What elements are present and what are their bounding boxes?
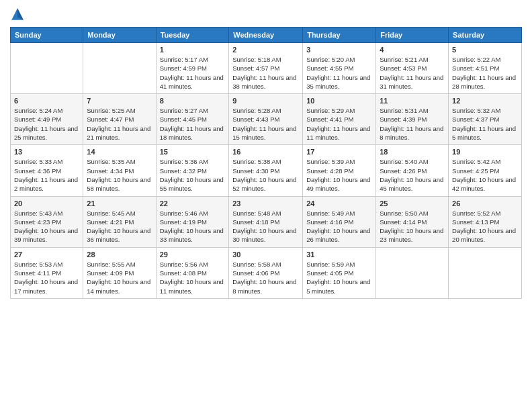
calendar-cell: 29Sunrise: 5:56 AM Sunset: 4:08 PM Dayli… (156, 247, 229, 298)
day-info: Sunrise: 5:39 AM Sunset: 4:28 PM Dayligh… (306, 157, 372, 193)
day-number: 13 (14, 148, 79, 156)
calendar-cell: 28Sunrise: 5:55 AM Sunset: 4:09 PM Dayli… (83, 247, 156, 298)
day-info: Sunrise: 5:46 AM Sunset: 4:19 PM Dayligh… (160, 209, 226, 244)
day-info: Sunrise: 5:35 AM Sunset: 4:34 PM Dayligh… (87, 157, 152, 193)
col-header-friday: Friday (376, 28, 449, 43)
day-number: 19 (452, 148, 518, 156)
day-info: Sunrise: 5:56 AM Sunset: 4:08 PM Dayligh… (160, 260, 226, 295)
day-number: 30 (232, 250, 299, 259)
logo (10, 7, 28, 21)
day-info: Sunrise: 5:52 AM Sunset: 4:13 PM Dayligh… (452, 209, 518, 244)
day-info: Sunrise: 5:53 AM Sunset: 4:11 PM Dayligh… (14, 260, 79, 295)
day-info: Sunrise: 5:24 AM Sunset: 4:49 PM Dayligh… (14, 106, 79, 142)
day-info: Sunrise: 5:31 AM Sunset: 4:39 PM Dayligh… (380, 106, 445, 142)
day-number: 14 (87, 148, 152, 156)
calendar-cell: 27Sunrise: 5:53 AM Sunset: 4:11 PM Dayli… (11, 247, 83, 298)
calendar-cell: 13Sunrise: 5:33 AM Sunset: 4:36 PM Dayli… (11, 145, 83, 196)
day-info: Sunrise: 5:32 AM Sunset: 4:37 PM Dayligh… (452, 106, 518, 142)
header (10, 7, 522, 21)
calendar-cell: 31Sunrise: 5:59 AM Sunset: 4:05 PM Dayli… (303, 247, 376, 298)
calendar-cell: 7Sunrise: 5:25 AM Sunset: 4:47 PM Daylig… (83, 94, 156, 145)
day-number: 31 (306, 250, 372, 259)
day-number: 2 (232, 46, 299, 54)
calendar-table: SundayMondayTuesdayWednesdayThursdayFrid… (10, 27, 522, 299)
calendar-cell (11, 43, 83, 94)
calendar-week-row: 27Sunrise: 5:53 AM Sunset: 4:11 PM Dayli… (11, 247, 522, 298)
day-info: Sunrise: 5:45 AM Sunset: 4:21 PM Dayligh… (87, 209, 152, 244)
day-number: 29 (160, 250, 226, 259)
col-header-thursday: Thursday (303, 28, 376, 43)
day-info: Sunrise: 5:21 AM Sunset: 4:53 PM Dayligh… (380, 55, 445, 91)
day-number: 16 (232, 148, 299, 156)
day-number: 22 (160, 199, 226, 208)
calendar-cell: 20Sunrise: 5:43 AM Sunset: 4:23 PM Dayli… (11, 196, 83, 247)
calendar-cell: 21Sunrise: 5:45 AM Sunset: 4:21 PM Dayli… (83, 196, 156, 247)
calendar-cell: 9Sunrise: 5:28 AM Sunset: 4:43 PM Daylig… (229, 94, 303, 145)
day-info: Sunrise: 5:40 AM Sunset: 4:26 PM Dayligh… (380, 157, 445, 193)
day-number: 24 (306, 199, 372, 208)
day-number: 1 (160, 46, 226, 54)
day-info: Sunrise: 5:27 AM Sunset: 4:45 PM Dayligh… (160, 106, 226, 142)
day-info: Sunrise: 5:36 AM Sunset: 4:32 PM Dayligh… (160, 157, 226, 193)
day-info: Sunrise: 5:38 AM Sunset: 4:30 PM Dayligh… (232, 157, 299, 193)
calendar-cell: 19Sunrise: 5:42 AM Sunset: 4:25 PM Dayli… (449, 145, 522, 196)
calendar-cell (83, 43, 156, 94)
day-info: Sunrise: 5:28 AM Sunset: 4:43 PM Dayligh… (232, 106, 299, 142)
calendar-cell: 30Sunrise: 5:58 AM Sunset: 4:06 PM Dayli… (229, 247, 303, 298)
day-info: Sunrise: 5:50 AM Sunset: 4:14 PM Dayligh… (380, 209, 445, 244)
day-info: Sunrise: 5:48 AM Sunset: 4:18 PM Dayligh… (232, 209, 299, 244)
col-header-sunday: Sunday (11, 28, 83, 43)
day-number: 12 (452, 97, 518, 105)
page: SundayMondayTuesdayWednesdayThursdayFrid… (0, 0, 532, 411)
calendar-cell: 24Sunrise: 5:49 AM Sunset: 4:16 PM Dayli… (303, 196, 376, 247)
day-info: Sunrise: 5:58 AM Sunset: 4:06 PM Dayligh… (232, 260, 299, 295)
day-number: 5 (452, 46, 518, 54)
col-header-monday: Monday (83, 28, 156, 43)
calendar-cell: 12Sunrise: 5:32 AM Sunset: 4:37 PM Dayli… (449, 94, 522, 145)
calendar-cell: 26Sunrise: 5:52 AM Sunset: 4:13 PM Dayli… (449, 196, 522, 247)
calendar-cell: 23Sunrise: 5:48 AM Sunset: 4:18 PM Dayli… (229, 196, 303, 247)
calendar-week-row: 13Sunrise: 5:33 AM Sunset: 4:36 PM Dayli… (11, 145, 522, 196)
calendar-cell: 5Sunrise: 5:22 AM Sunset: 4:51 PM Daylig… (449, 43, 522, 94)
col-header-tuesday: Tuesday (156, 28, 229, 43)
calendar-header-row: SundayMondayTuesdayWednesdayThursdayFrid… (11, 28, 522, 43)
calendar-cell: 4Sunrise: 5:21 AM Sunset: 4:53 PM Daylig… (376, 43, 449, 94)
day-info: Sunrise: 5:55 AM Sunset: 4:09 PM Dayligh… (87, 260, 152, 295)
day-number: 11 (380, 97, 445, 105)
calendar-cell: 2Sunrise: 5:18 AM Sunset: 4:57 PM Daylig… (229, 43, 303, 94)
day-info: Sunrise: 5:17 AM Sunset: 4:59 PM Dayligh… (160, 55, 226, 91)
day-info: Sunrise: 5:20 AM Sunset: 4:55 PM Dayligh… (306, 55, 372, 91)
calendar-week-row: 6Sunrise: 5:24 AM Sunset: 4:49 PM Daylig… (11, 94, 522, 145)
day-number: 23 (232, 199, 299, 208)
calendar-cell (376, 247, 449, 298)
calendar-cell: 3Sunrise: 5:20 AM Sunset: 4:55 PM Daylig… (303, 43, 376, 94)
day-info: Sunrise: 5:29 AM Sunset: 4:41 PM Dayligh… (306, 106, 372, 142)
calendar-cell: 11Sunrise: 5:31 AM Sunset: 4:39 PM Dayli… (376, 94, 449, 145)
calendar-cell: 14Sunrise: 5:35 AM Sunset: 4:34 PM Dayli… (83, 145, 156, 196)
day-info: Sunrise: 5:49 AM Sunset: 4:16 PM Dayligh… (306, 209, 372, 244)
day-info: Sunrise: 5:43 AM Sunset: 4:23 PM Dayligh… (14, 209, 79, 244)
logo-icon (10, 7, 25, 21)
day-number: 18 (380, 148, 445, 156)
day-number: 8 (160, 97, 226, 105)
calendar-cell: 25Sunrise: 5:50 AM Sunset: 4:14 PM Dayli… (376, 196, 449, 247)
calendar-cell: 18Sunrise: 5:40 AM Sunset: 4:26 PM Dayli… (376, 145, 449, 196)
day-number: 25 (380, 199, 445, 208)
col-header-wednesday: Wednesday (229, 28, 303, 43)
calendar-cell: 8Sunrise: 5:27 AM Sunset: 4:45 PM Daylig… (156, 94, 229, 145)
day-info: Sunrise: 5:59 AM Sunset: 4:05 PM Dayligh… (306, 260, 372, 295)
day-info: Sunrise: 5:33 AM Sunset: 4:36 PM Dayligh… (14, 157, 79, 193)
day-number: 26 (452, 199, 518, 208)
day-number: 21 (87, 199, 152, 208)
day-number: 3 (306, 46, 372, 54)
calendar-cell (449, 247, 522, 298)
calendar-cell: 10Sunrise: 5:29 AM Sunset: 4:41 PM Dayli… (303, 94, 376, 145)
day-info: Sunrise: 5:18 AM Sunset: 4:57 PM Dayligh… (232, 55, 299, 91)
col-header-saturday: Saturday (449, 28, 522, 43)
day-info: Sunrise: 5:42 AM Sunset: 4:25 PM Dayligh… (452, 157, 518, 193)
calendar-cell: 22Sunrise: 5:46 AM Sunset: 4:19 PM Dayli… (156, 196, 229, 247)
calendar-cell: 16Sunrise: 5:38 AM Sunset: 4:30 PM Dayli… (229, 145, 303, 196)
calendar-week-row: 1Sunrise: 5:17 AM Sunset: 4:59 PM Daylig… (11, 43, 522, 94)
calendar-week-row: 20Sunrise: 5:43 AM Sunset: 4:23 PM Dayli… (11, 196, 522, 247)
day-number: 7 (87, 97, 152, 105)
